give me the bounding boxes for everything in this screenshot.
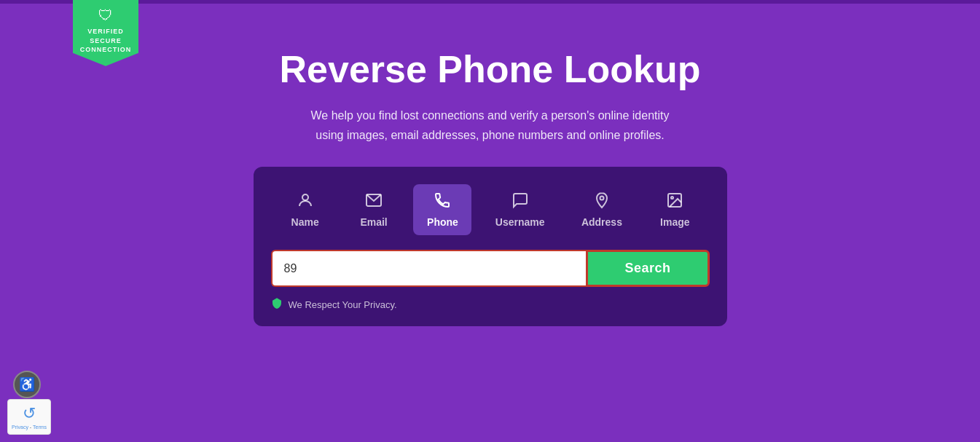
accessibility-icon: ♿ xyxy=(19,376,35,392)
username-icon xyxy=(511,192,529,212)
secure-badge: 🛡 VERIFIED SECURE CONNECTION xyxy=(73,0,138,66)
svg-point-2 xyxy=(600,197,603,200)
tab-image[interactable]: Image xyxy=(646,184,704,235)
svg-point-4 xyxy=(671,197,673,199)
tab-name[interactable]: Name xyxy=(276,184,334,235)
name-icon xyxy=(297,192,314,212)
shield-icon: 🛡 xyxy=(79,7,133,24)
email-icon xyxy=(365,192,383,212)
recaptcha-widget: ↺ Privacy - Terms xyxy=(7,399,51,435)
recaptcha-privacy-link[interactable]: Privacy xyxy=(12,425,28,430)
recaptcha-terms-link[interactable]: Terms xyxy=(33,425,47,430)
tab-phone-label: Phone xyxy=(427,216,458,228)
image-icon xyxy=(666,192,683,212)
address-icon xyxy=(593,192,611,212)
tab-username-label: Username xyxy=(495,216,545,228)
tab-address-label: Address xyxy=(581,216,622,228)
tab-email[interactable]: Email xyxy=(345,184,403,235)
recaptcha-logo: ↺ xyxy=(11,404,47,423)
badge-text: VERIFIED SECURE CONNECTION xyxy=(79,27,133,55)
tab-name-label: Name xyxy=(291,216,319,228)
search-card: Name Email Phone xyxy=(254,167,727,326)
recaptcha-links: Privacy - Terms xyxy=(11,425,47,430)
privacy-text: We Respect Your Privacy. xyxy=(289,299,397,310)
phone-icon xyxy=(434,192,451,212)
privacy-notice: We Respect Your Privacy. xyxy=(271,297,710,312)
tab-address[interactable]: Address xyxy=(568,184,635,235)
search-button[interactable]: Search xyxy=(586,250,709,287)
svg-point-0 xyxy=(302,194,308,200)
tabs-container: Name Email Phone xyxy=(271,184,710,235)
tab-image-label: Image xyxy=(660,216,689,228)
accessibility-button[interactable]: ♿ xyxy=(13,371,41,398)
page-title: Reverse Phone Lookup xyxy=(280,47,701,91)
main-content: Reverse Phone Lookup We help you find lo… xyxy=(0,4,980,326)
page-subtitle: We help you find lost connections and ve… xyxy=(301,106,680,145)
tab-email-label: Email xyxy=(360,216,387,228)
tab-username[interactable]: Username xyxy=(482,184,558,235)
tab-phone[interactable]: Phone xyxy=(413,184,471,235)
privacy-shield-icon xyxy=(271,297,283,312)
search-row: Search xyxy=(271,250,710,287)
phone-input[interactable] xyxy=(271,250,587,287)
